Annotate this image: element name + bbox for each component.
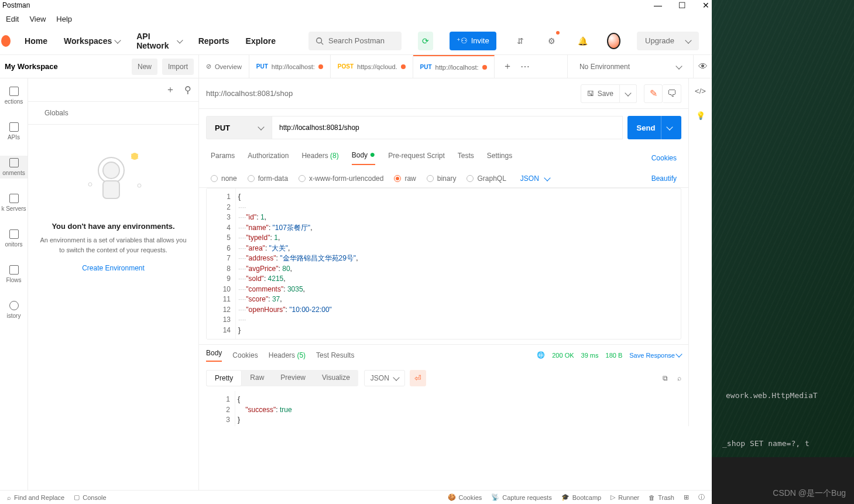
desktop-background: ework.web.HttpMediaT _shop SET name=?, t: [712, 0, 854, 504]
subtab-prerequest[interactable]: Pre-request Script: [388, 152, 445, 164]
create-environment-button[interactable]: Create Environment: [82, 264, 145, 272]
rail-mock-servers[interactable]: k Servers: [0, 191, 28, 214]
radio-graphql[interactable]: GraphQL: [467, 174, 506, 183]
environment-select[interactable]: No Environment: [567, 55, 693, 78]
rail-flows[interactable]: Flows: [0, 263, 28, 286]
search-response-icon[interactable]: ⌕: [677, 374, 681, 382]
tips-icon[interactable]: 💡: [696, 111, 705, 120]
nav-workspaces[interactable]: Workspaces: [64, 36, 120, 46]
subtab-tests[interactable]: Tests: [458, 152, 474, 164]
rail-environments[interactable]: onments: [0, 156, 28, 179]
subtab-body[interactable]: Body ●: [352, 151, 375, 165]
new-button[interactable]: New: [132, 59, 157, 75]
radio-urlencoded[interactable]: x-www-form-urlencoded: [299, 174, 383, 183]
add-tab-button[interactable]: ＋: [503, 60, 512, 73]
console-button[interactable]: ▢Console: [74, 493, 106, 501]
response-body-editor[interactable]: 123 { "success": true }: [206, 391, 681, 426]
method-select[interactable]: PUT: [206, 116, 272, 139]
response-code: { "success": true }: [235, 391, 681, 426]
tab-request-3[interactable]: PUT http://localhost:: [413, 55, 495, 78]
tab-options-button[interactable]: ⋯: [520, 61, 530, 72]
nav-home[interactable]: Home: [25, 36, 47, 46]
upgrade-button[interactable]: Upgrade: [637, 32, 699, 50]
content-type-select[interactable]: JSON: [520, 174, 550, 183]
nav-explore[interactable]: Explore: [246, 36, 276, 46]
find-replace-button[interactable]: ⌕Find and Replace: [7, 494, 64, 501]
sync-status-icon[interactable]: ⇵: [513, 32, 528, 50]
subtab-authorization[interactable]: Authorization: [248, 152, 289, 164]
environment-preview-icon[interactable]: 👁: [693, 55, 712, 78]
astronaut-illustration: [78, 142, 149, 212]
invite-button[interactable]: ⁺⚇ Invite: [450, 32, 496, 50]
globe-icon[interactable]: 🌐: [537, 351, 545, 359]
radio-none[interactable]: none: [211, 174, 237, 183]
tab-overview[interactable]: ⊘ Overview: [199, 55, 249, 78]
comment-icon[interactable]: 🗨: [663, 84, 681, 103]
filter-icon[interactable]: ⚲: [184, 84, 191, 95]
subtab-settings[interactable]: Settings: [487, 152, 512, 164]
tab-request-1[interactable]: PUT http://localhost:: [249, 55, 331, 78]
cookies-link[interactable]: Cookies: [651, 154, 677, 162]
menu-view[interactable]: View: [29, 15, 46, 23]
subtab-headers[interactable]: Headers (8): [301, 152, 338, 164]
sb-help[interactable]: ⓘ: [698, 493, 705, 502]
line-gutter: 1234567891011121314: [207, 188, 236, 339]
rail-collections[interactable]: ections: [0, 84, 28, 107]
url-input[interactable]: [272, 116, 623, 139]
wrap-lines-icon[interactable]: ⏎: [410, 370, 426, 386]
tab-request-2[interactable]: POST https://qcloud.: [331, 55, 413, 78]
resp-tab-headers[interactable]: Headers (5): [269, 351, 306, 359]
nav-api-network[interactable]: API Network: [136, 32, 182, 50]
view-visualize[interactable]: Visualize: [314, 370, 358, 386]
request-body-editor[interactable]: 1234567891011121314 { ···· ····"id": 1, …: [206, 188, 681, 340]
settings-icon[interactable]: ⚙: [544, 32, 559, 50]
code-content[interactable]: { ···· ····"id": 1, ····"name": "107茶餐厅"…: [236, 188, 681, 339]
radio-binary[interactable]: binary: [427, 174, 457, 183]
svg-point-7: [138, 184, 141, 187]
menu-edit[interactable]: Edit: [6, 15, 19, 23]
notifications-icon[interactable]: 🔔: [575, 32, 591, 50]
minimize-button[interactable]: —: [654, 1, 662, 10]
edit-icon[interactable]: ✎: [644, 84, 663, 103]
radio-raw[interactable]: raw: [394, 174, 416, 183]
rail-apis[interactable]: APIs: [0, 120, 28, 143]
nav-reports[interactable]: Reports: [198, 36, 229, 46]
rail-monitors[interactable]: onitors: [0, 227, 28, 250]
globals-link[interactable]: Globals: [28, 102, 198, 125]
send-button[interactable]: Send: [627, 116, 681, 139]
subtab-params[interactable]: Params: [211, 152, 235, 164]
maximize-button[interactable]: ☐: [678, 1, 686, 10]
beautify-button[interactable]: Beautify: [651, 174, 677, 183]
workspace-bar: My Workspace New Import ⊘ Overview PUT h…: [0, 55, 712, 78]
sb-capture[interactable]: 📡Capture requests: [491, 493, 551, 502]
add-icon[interactable]: ＋: [166, 84, 175, 96]
menu-help[interactable]: Help: [56, 15, 72, 23]
search-input[interactable]: Search Postman: [308, 32, 402, 50]
radio-formdata[interactable]: form-data: [248, 174, 288, 183]
sb-layout[interactable]: ⊞: [684, 493, 689, 502]
view-raw[interactable]: Raw: [242, 370, 272, 386]
request-title[interactable]: http://localhost:8081/shop: [206, 89, 574, 98]
view-preview[interactable]: Preview: [272, 370, 314, 386]
response-type-select[interactable]: JSON: [364, 370, 405, 386]
code-icon[interactable]: </>: [695, 87, 706, 95]
import-button[interactable]: Import: [162, 59, 194, 75]
save-dropdown[interactable]: [620, 84, 637, 103]
cookie-icon: 🍪: [448, 493, 456, 501]
sync-icon[interactable]: ⟳: [418, 32, 433, 50]
resp-tab-cookies[interactable]: Cookies: [232, 351, 258, 359]
view-pretty[interactable]: Pretty: [206, 370, 242, 386]
close-button[interactable]: ✕: [702, 1, 709, 10]
save-response-button[interactable]: Save Response: [629, 352, 681, 359]
sb-runner[interactable]: ▷Runner: [611, 493, 639, 502]
request-subtabs: Params Authorization Headers (8) Body ● …: [199, 146, 688, 170]
rail-history[interactable]: istory: [0, 299, 28, 321]
sb-bootcamp[interactable]: 🎓Bootcamp: [561, 493, 602, 502]
save-button[interactable]: 🖫Save: [581, 84, 620, 103]
resp-tab-body[interactable]: Body: [206, 349, 222, 362]
sb-cookies[interactable]: 🍪Cookies: [448, 493, 482, 502]
resp-tab-testresults[interactable]: Test Results: [316, 351, 354, 359]
avatar[interactable]: [607, 33, 620, 49]
sb-trash[interactable]: 🗑Trash: [649, 493, 674, 502]
copy-icon[interactable]: ⧉: [663, 374, 668, 382]
